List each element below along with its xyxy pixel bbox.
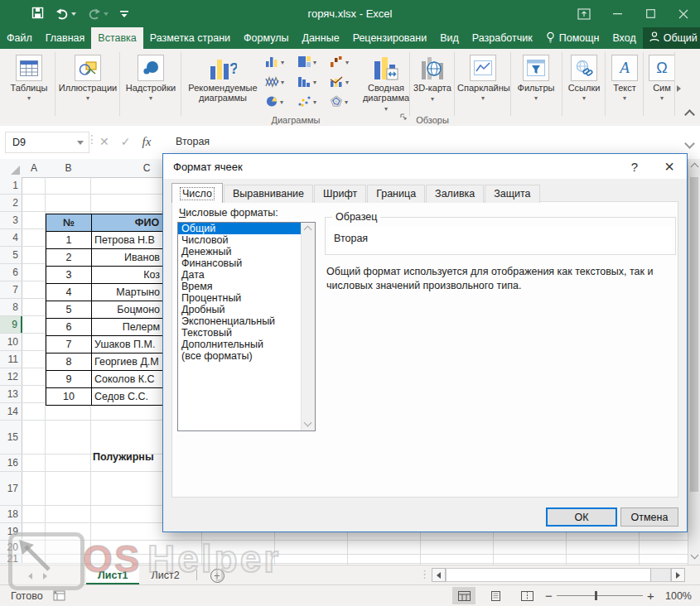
grid-row[interactable]: 20 xyxy=(0,541,688,555)
tables-button[interactable]: Таблицы ▾ xyxy=(5,51,53,123)
format-option[interactable]: Числовой xyxy=(178,234,315,246)
select-all-corner[interactable] xyxy=(0,159,23,178)
scroll-up-icon[interactable] xyxy=(304,226,312,234)
hscroll-left-icon[interactable] xyxy=(432,568,446,582)
tab-view[interactable]: Вид xyxy=(433,27,466,49)
grid-row[interactable]: 21 xyxy=(0,555,688,564)
zoom-in-icon[interactable]: + xyxy=(647,585,654,606)
undo-button[interactable] xyxy=(56,8,76,20)
format-option[interactable]: Время xyxy=(178,281,315,292)
format-option[interactable]: Дробный xyxy=(178,304,315,315)
links-button[interactable]: Ссылки ▾ xyxy=(565,51,603,123)
insert-function-icon[interactable]: fx xyxy=(142,135,151,149)
zoom-out-icon[interactable]: − xyxy=(545,585,553,606)
format-option[interactable]: Дата xyxy=(178,269,315,281)
sheet-tab-list1[interactable]: Лист1 xyxy=(86,565,139,584)
tab-insert[interactable]: Вставка xyxy=(91,27,142,49)
column-chart-button[interactable]: ▾ xyxy=(263,52,296,70)
ribbon-display-options-icon[interactable] xyxy=(567,0,601,27)
format-option[interactable]: Финансовый xyxy=(178,257,315,269)
tab-file[interactable]: Файл xyxy=(0,27,39,49)
tab-review[interactable]: Рецензировани xyxy=(346,27,434,49)
dialog-tab-font[interactable]: Шрифт xyxy=(314,185,366,203)
confirm-entry-icon[interactable]: ✓ xyxy=(121,135,131,148)
vertical-scrollbar[interactable] xyxy=(688,159,700,565)
charts-dialog-launcher-icon[interactable] xyxy=(399,111,408,123)
scroll-down-icon[interactable] xyxy=(691,551,699,560)
sheet-nav-left-icon[interactable] xyxy=(28,573,32,580)
ok-button[interactable]: ОК xyxy=(546,507,617,527)
page-layout-view-icon[interactable] xyxy=(484,587,507,604)
ribbon-overflow-icon[interactable] xyxy=(677,82,681,94)
cancel-entry-icon[interactable]: ✕ xyxy=(99,135,109,148)
dialog-tab-border[interactable]: Граница xyxy=(367,185,425,203)
share-button[interactable]: Общий доступ xyxy=(643,27,700,49)
format-option[interactable]: Денежный xyxy=(178,246,315,257)
dialog-tab-alignment[interactable]: Выравнивание xyxy=(224,185,313,203)
histogram-chart-button[interactable]: ▾ xyxy=(296,72,328,90)
zoom-level[interactable]: 100% xyxy=(665,585,692,606)
redo-button[interactable] xyxy=(88,8,109,20)
formula-bar-handle[interactable]: ⋮ xyxy=(86,132,98,146)
symbols-button[interactable]: Ω Сим ▾ xyxy=(646,51,678,123)
number-formats-list[interactable]: Общий Числовой Денежный Финансовый Дата … xyxy=(177,222,316,431)
addins-button[interactable]: Надстройки ▾ xyxy=(123,51,179,123)
dialog-tab-protection[interactable]: Защита xyxy=(485,185,539,203)
hierarchy-chart-button[interactable]: ▾ xyxy=(296,52,328,70)
bold-text-cell[interactable]: Полужирны xyxy=(93,440,162,474)
save-icon[interactable] xyxy=(31,7,44,22)
combo-chart-button[interactable]: ▾ xyxy=(328,72,360,90)
tab-data[interactable]: Данные xyxy=(295,27,345,49)
dialog-tab-fill[interactable]: Заливка xyxy=(426,185,484,203)
zoom-slider[interactable] xyxy=(557,595,643,596)
sparklines-button[interactable]: Спарклайны ▾ xyxy=(457,51,509,123)
horizontal-scrollbar[interactable] xyxy=(446,568,671,582)
tab-tell-me[interactable]: Помощн xyxy=(539,27,606,49)
3d-map-button[interactable]: 3D-карта ▾ xyxy=(413,51,452,123)
name-box[interactable]: D9 xyxy=(5,132,89,153)
format-option[interactable]: Текстовый xyxy=(178,327,315,339)
zoom-slider-thumb[interactable] xyxy=(595,591,597,600)
scroll-down-icon[interactable] xyxy=(304,419,312,427)
page-break-view-icon[interactable] xyxy=(515,587,538,604)
text-button[interactable]: А Текст ▾ xyxy=(608,51,641,123)
illustrations-button[interactable]: Иллюстрации ▾ xyxy=(58,51,118,123)
cancel-button[interactable]: Отмена xyxy=(620,507,678,527)
sheet-tab-list2[interactable]: Лист2 xyxy=(139,565,191,584)
dialog-close-icon[interactable]: × xyxy=(659,156,680,176)
new-sheet-icon[interactable]: + xyxy=(210,569,224,583)
normal-view-icon[interactable] xyxy=(452,587,476,604)
tab-formulas[interactable]: Формулы xyxy=(237,27,295,49)
recommended-charts-button[interactable]: ? Рекомендуемые диаграммы xyxy=(184,51,262,123)
format-option[interactable]: Дополнительный xyxy=(178,339,315,350)
format-option[interactable]: Процентный xyxy=(178,292,315,304)
hscroll-right-icon[interactable] xyxy=(671,568,685,582)
vertical-scroll-thumb[interactable] xyxy=(690,177,698,492)
column-header-b[interactable]: B xyxy=(46,159,92,178)
formula-input[interactable]: Вторая xyxy=(176,132,210,152)
active-row-header[interactable]: 9 xyxy=(0,316,22,333)
expand-formula-bar-icon[interactable] xyxy=(686,137,693,150)
tab-home[interactable]: Главная xyxy=(39,27,92,49)
tab-developer[interactable]: Разработчик xyxy=(466,27,539,49)
tab-page-layout[interactable]: Разметка страни xyxy=(143,27,237,49)
line-chart-button[interactable]: ▾ xyxy=(263,72,296,90)
scroll-up-icon[interactable] xyxy=(691,163,699,171)
dialog-tab-number[interactable]: Число xyxy=(171,183,223,203)
help-icon[interactable]: ? xyxy=(627,159,642,174)
sheet-nav-right-icon[interactable] xyxy=(43,573,47,580)
table-header-num[interactable]: № xyxy=(46,214,92,232)
minimize-button[interactable] xyxy=(601,0,634,27)
collapse-ribbon-icon[interactable] xyxy=(686,108,693,121)
radar-chart-button[interactable]: ▾ xyxy=(328,92,360,110)
pie-chart-button[interactable]: ▾ xyxy=(263,92,296,110)
format-option-selected[interactable]: Общий xyxy=(178,223,315,234)
filters-button[interactable]: Фильтры ▾ xyxy=(514,51,558,123)
splitter-handle[interactable]: ⋮ xyxy=(419,568,430,580)
horizontal-scroll-thumb[interactable] xyxy=(447,569,651,581)
scatter-chart-button[interactable]: ▾ xyxy=(296,92,328,110)
tab-sign-in[interactable]: Вход xyxy=(606,27,642,49)
record-macro-icon[interactable] xyxy=(53,590,65,604)
maximize-button[interactable] xyxy=(634,0,667,27)
waterfall-chart-button[interactable]: ▾ xyxy=(328,52,360,70)
